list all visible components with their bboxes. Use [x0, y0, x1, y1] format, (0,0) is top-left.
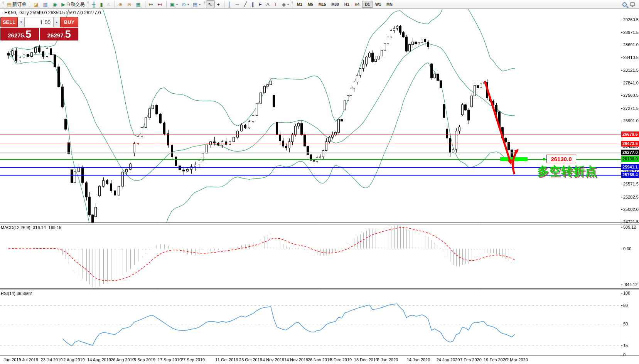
rsi-axis-tick: 0 — [623, 352, 639, 357]
turning-point-annotation[interactable]: 多空转折点 — [537, 163, 597, 179]
rsi-axis-tick: 100 — [623, 291, 639, 295]
signals-button[interactable]: ◉ — [51, 0, 59, 8]
buy-button[interactable]: BUY — [60, 17, 78, 27]
tile-windows-button[interactable]: ▦ — [134, 0, 143, 8]
profiles-button[interactable]: ⊙▾ — [180, 0, 191, 8]
trade-panel-controls: SELL ▼ 1.00 ▲ BUY — [0, 17, 78, 27]
vertical-line-tool-button[interactable]: │ — [226, 0, 234, 8]
chart-canvas[interactable] — [0, 0, 639, 364]
text-tool-icon: A — [266, 2, 270, 7]
toolbar-separator — [145, 1, 145, 8]
market-watch-button[interactable]: ▥ — [41, 0, 51, 8]
date-axis-label: 27 Sep 2019 — [175, 357, 210, 362]
date-axis-label: 2 Mar 2020 — [500, 357, 534, 362]
label-tool-icon: T — [274, 2, 277, 7]
crosshair-tool-icon: + — [217, 2, 220, 7]
buy-price[interactable]: 26297. 5 — [40, 28, 79, 40]
price-annotation-box[interactable]: 26130.0 — [546, 155, 576, 163]
chart-title: · HK50, Daily 25949.0 26350.5 25917.0 26… — [2, 10, 101, 15]
text-tool-button[interactable]: A — [264, 0, 272, 8]
shapes-tool-button[interactable]: ◆▾ — [280, 0, 291, 8]
toolbar-separator — [115, 1, 115, 8]
price-level-label: 26130.0 — [621, 156, 639, 162]
mt4-window: ▤新订单◪▥◉▶自动交易╫▮≈⊕⊖▦↦↤▣▾⊙▾▤▾↖+│─╱∥FAT◆▾ M1… — [0, 0, 639, 364]
timeframe-toolbar: M1M5M15M30H1H4D1W1MN — [294, 1, 395, 8]
sell-button[interactable]: SELL — [0, 17, 18, 27]
macd-values: -316.14 -169.15 — [31, 225, 61, 230]
price-axis-tick: 25282.5 — [623, 195, 639, 199]
zoom-out-button[interactable]: ⊖ — [125, 0, 134, 8]
timeframe-w1-button[interactable]: W1 — [373, 1, 384, 8]
buy-price-base: 26297. — [47, 31, 65, 40]
history-center-icon: ◪ — [34, 2, 38, 7]
auto-trading-button[interactable]: ▶自动交易 — [59, 0, 86, 8]
volume-decrease-button[interactable]: ▼ — [18, 17, 25, 27]
one-click-trade-panel: SELL ▼ 1.00 ▲ BUY 26275. 5 26297. 5 — [0, 17, 78, 40]
fibonacci-tool-button[interactable]: F — [256, 0, 264, 8]
horizontal-line-tool-icon: ─ — [236, 2, 239, 7]
new-order-button[interactable]: ▤新订单 — [5, 0, 28, 8]
label-tool-button[interactable]: T — [272, 0, 280, 8]
fibonacci-tool-icon: F — [258, 2, 261, 7]
timeframe-mn-button[interactable]: MN — [384, 1, 395, 8]
toolbar-grip — [88, 1, 89, 7]
rsi-axis-tick: 80 — [623, 303, 639, 308]
price-axis-tick: 27271.5 — [623, 106, 639, 111]
price-level-label: 26277.0 — [621, 150, 639, 155]
bar-chart-button[interactable]: ╫ — [90, 0, 98, 8]
history-center-button[interactable]: ◪ — [32, 0, 41, 8]
dropdown-arrow-icon[interactable]: ▾ — [287, 3, 289, 6]
candlestick-chart-button[interactable]: ▮ — [98, 0, 105, 8]
price-axis-tick: 26991.0 — [623, 118, 639, 123]
zoom-in-button[interactable]: ⊕ — [116, 0, 125, 8]
scroll-to-end-button[interactable]: ↦ — [147, 0, 156, 8]
scroll-to-end-icon: ↦ — [149, 2, 153, 7]
trendline-tool-button[interactable]: ╱ — [242, 0, 250, 8]
chart-shift-button[interactable]: ↤ — [156, 0, 165, 8]
timeframe-m15-button[interactable]: M15 — [316, 1, 329, 8]
timeframe-m5-button[interactable]: M5 — [305, 1, 316, 8]
dropdown-arrow-icon[interactable]: ▾ — [187, 3, 189, 6]
rsi-indicator-label: RSI(14) 36.8962 — [1, 291, 32, 296]
volume-increase-button[interactable]: ▲ — [53, 17, 60, 27]
new-chart-button[interactable]: ▣▾ — [168, 0, 180, 8]
timeframe-m30-button[interactable]: M30 — [329, 1, 341, 8]
chat-icon[interactable] — [630, 2, 635, 6]
line-chart-icon: ≈ — [108, 2, 110, 7]
channel-tool-button[interactable]: ∥ — [250, 0, 257, 8]
timeframe-h1-button[interactable]: H1 — [342, 1, 352, 8]
timeframe-d1-button[interactable]: D1 — [362, 1, 373, 8]
price-axis-tick: 28410.5 — [623, 55, 639, 60]
trendline-tool-icon: ╱ — [244, 2, 247, 7]
date-axis-label: 2 Jan 2020 — [370, 357, 405, 362]
market-watch-icon: ▥ — [43, 2, 48, 7]
volume-input[interactable]: 1.00 — [25, 17, 53, 27]
price-axis-tick: 28971.5 — [623, 30, 639, 35]
timeframe-h4-button[interactable]: H4 — [352, 1, 362, 8]
rsi-value: 36.8962 — [17, 291, 32, 296]
buy-price-pip: 5 — [65, 29, 71, 40]
macd-axis-tick: 0.00 — [623, 246, 639, 251]
toolbar-right — [622, 2, 637, 7]
macd-axis-tick: -844.12 — [623, 282, 639, 287]
horizontal-line-tool-button[interactable]: ─ — [234, 0, 242, 8]
templates-button[interactable]: ▤▾ — [191, 0, 202, 8]
templates-icon: ▤ — [193, 2, 197, 7]
crosshair-tool-button[interactable]: + — [215, 0, 223, 8]
toolbar-items: ▤新订单◪▥◉▶自动交易╫▮≈⊕⊖▦↦↤▣▾⊙▾▤▾↖+│─╱∥FAT◆▾ — [2, 0, 294, 8]
price-level-label: 26473.5 — [621, 141, 639, 147]
sell-price[interactable]: 26275. 5 — [0, 28, 39, 40]
dropdown-arrow-icon[interactable]: ▾ — [199, 3, 201, 6]
line-chart-button[interactable]: ≈ — [106, 0, 113, 8]
bar-chart-icon: ╫ — [92, 2, 95, 7]
timeframe-m1-button[interactable]: M1 — [294, 1, 305, 8]
auto-trading-button-label: 自动交易 — [66, 1, 84, 8]
candlestick-chart-icon: ▮ — [100, 2, 103, 7]
dropdown-arrow-icon[interactable]: ▾ — [176, 3, 178, 6]
sell-price-base: 26275. — [8, 31, 25, 40]
cursor-tool-button[interactable]: ↖ — [206, 0, 215, 8]
main-toolbar: ▤新订单◪▥◉▶自动交易╫▮≈⊕⊖▦↦↤▣▾⊙▾▤▾↖+│─╱∥FAT◆▾ M1… — [0, 0, 639, 9]
toolbar-separator — [166, 1, 167, 8]
toolbar-grip — [204, 1, 205, 7]
search-icon[interactable] — [622, 2, 627, 7]
